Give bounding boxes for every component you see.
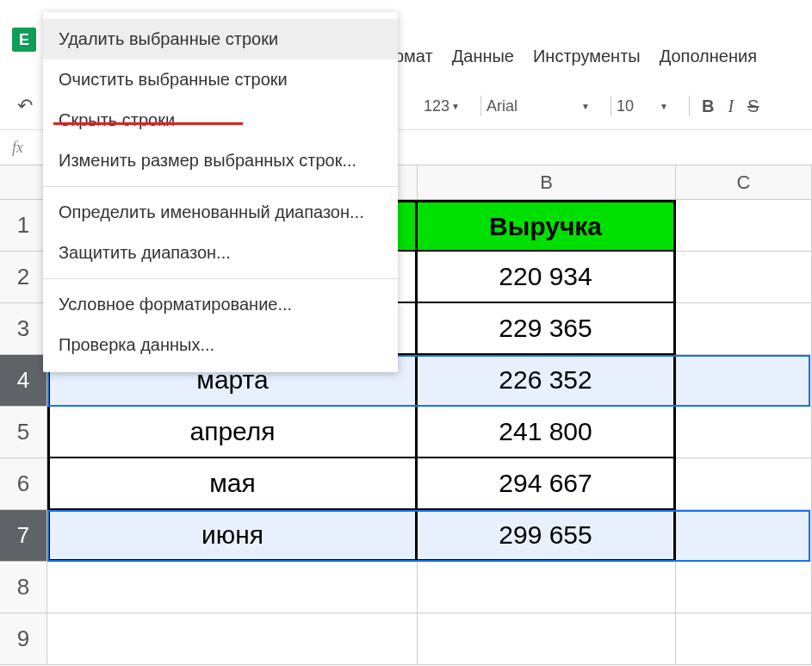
separator bbox=[480, 96, 481, 116]
row-header[interactable]: 1 bbox=[0, 200, 47, 252]
separator bbox=[611, 96, 611, 116]
cell[interactable] bbox=[676, 407, 812, 458]
ctx-data-valid[interactable]: Проверка данных... bbox=[43, 325, 398, 365]
separator bbox=[689, 96, 690, 116]
cell[interactable]: 226 352 bbox=[418, 355, 676, 407]
table-row: 9 bbox=[0, 613, 812, 665]
row-header[interactable]: 5 bbox=[0, 407, 47, 458]
ctx-clear-rows[interactable]: Очистить выбранные строки bbox=[43, 59, 398, 100]
annotation-underline bbox=[53, 122, 243, 125]
row-header[interactable]: 8 bbox=[0, 562, 47, 613]
cell[interactable] bbox=[47, 613, 418, 665]
menu-addons[interactable]: Дополнения bbox=[660, 47, 757, 66]
menu-format[interactable]: рмат bbox=[394, 47, 433, 66]
ctx-cond-format[interactable]: Условное форматирование... bbox=[43, 284, 398, 325]
cell[interactable] bbox=[418, 613, 676, 665]
undo-icon[interactable]: ↶ bbox=[17, 95, 33, 117]
column-header-b[interactable]: B bbox=[418, 165, 676, 199]
cell[interactable] bbox=[676, 303, 812, 355]
bold-button[interactable]: B bbox=[702, 96, 714, 116]
cell[interactable] bbox=[676, 510, 812, 562]
ctx-protect-range[interactable]: Защитить диапазон... bbox=[43, 233, 398, 273]
context-menu: Удалить выбранные строки Очистить выбран… bbox=[43, 12, 398, 372]
row-header[interactable]: 2 bbox=[0, 252, 47, 303]
font-size-dropdown[interactable]: 10▼ bbox=[617, 97, 668, 115]
menu-data[interactable]: Данные bbox=[452, 47, 514, 66]
row-header[interactable]: 4 bbox=[0, 355, 47, 407]
ctx-delete-rows[interactable]: Удалить выбранные строки bbox=[43, 19, 398, 59]
separator bbox=[43, 186, 398, 187]
row-header[interactable]: 9 bbox=[0, 613, 47, 665]
fx-label: fx bbox=[0, 139, 35, 157]
table-row: 5апреля241 800 bbox=[0, 407, 812, 458]
cell[interactable] bbox=[676, 613, 812, 665]
sheets-logo: E bbox=[12, 28, 36, 52]
row-header[interactable]: 3 bbox=[0, 303, 47, 355]
table-row: 7июня299 655 bbox=[0, 510, 812, 562]
font-dropdown[interactable]: Arial▼ bbox=[487, 97, 590, 115]
menu-tools[interactable]: Инструменты bbox=[533, 47, 641, 66]
ctx-named-range[interactable]: Определить именованный диапазон... bbox=[43, 192, 398, 233]
cell[interactable]: апреля bbox=[47, 407, 418, 458]
ctx-resize-rows[interactable]: Изменить размер выбранных строк... bbox=[43, 140, 398, 181]
cell[interactable]: 229 365 bbox=[418, 303, 676, 355]
number-format-dropdown[interactable]: 123▼ bbox=[424, 97, 460, 115]
table-row: 8 bbox=[0, 562, 812, 613]
cell[interactable] bbox=[47, 562, 418, 613]
cell[interactable]: 220 934 bbox=[418, 252, 676, 303]
cell[interactable] bbox=[418, 562, 676, 613]
table-row: 6мая294 667 bbox=[0, 458, 812, 510]
cell[interactable]: 241 800 bbox=[418, 407, 676, 458]
select-all-corner[interactable] bbox=[0, 165, 47, 199]
cell[interactable]: 299 655 bbox=[418, 510, 676, 562]
separator bbox=[43, 278, 398, 279]
italic-button[interactable]: I bbox=[728, 96, 734, 116]
ctx-hide-rows[interactable]: Скрыть строки bbox=[43, 100, 398, 140]
cell[interactable]: мая bbox=[47, 458, 418, 510]
row-header[interactable]: 6 bbox=[0, 458, 47, 510]
cell[interactable] bbox=[676, 200, 812, 252]
cell[interactable]: Выручка bbox=[418, 200, 676, 252]
cell[interactable]: июня bbox=[47, 510, 418, 562]
cell[interactable]: 294 667 bbox=[418, 458, 676, 510]
menu-bar: рмат Данные Инструменты Дополнения bbox=[394, 47, 757, 66]
cell[interactable] bbox=[676, 252, 812, 303]
cell[interactable] bbox=[676, 458, 812, 510]
row-header[interactable]: 7 bbox=[0, 510, 47, 562]
strike-button[interactable]: S bbox=[747, 96, 759, 116]
cell[interactable] bbox=[676, 355, 812, 407]
column-header-c[interactable]: C bbox=[676, 165, 812, 199]
cell[interactable] bbox=[676, 562, 812, 613]
